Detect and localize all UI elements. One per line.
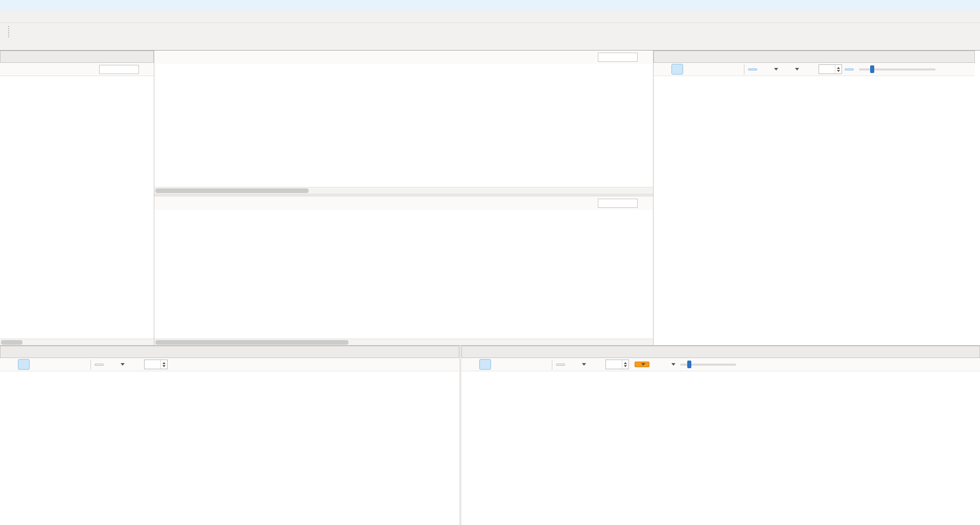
pan-icon[interactable] — [508, 359, 520, 370]
zoom-in-icon[interactable] — [671, 64, 683, 75]
search-options-icon[interactable] — [639, 52, 650, 62]
zoom-prev-icon[interactable] — [714, 64, 726, 75]
offset-spinbox[interactable] — [144, 360, 168, 369]
dropdown-caret-icon[interactable] — [774, 68, 778, 70]
expand-all-icon[interactable] — [6, 64, 17, 75]
dock-icon[interactable] — [960, 52, 971, 62]
filter-funnel-icon[interactable] — [87, 64, 98, 75]
zoom-fit-icon[interactable] — [465, 359, 477, 370]
user-icon — [958, 11, 969, 21]
offset-spinbox[interactable] — [605, 360, 629, 369]
expand-all-icon[interactable] — [161, 52, 172, 62]
ms1-toolbar — [0, 358, 459, 371]
tabbar — [0, 40, 980, 51]
zoom-out-icon[interactable] — [32, 359, 44, 370]
copy-table-icon[interactable] — [32, 64, 43, 75]
dock-icon[interactable] — [965, 347, 976, 357]
zoom-fit-icon[interactable] — [657, 64, 669, 75]
masses-text-filter-input[interactable] — [598, 199, 638, 208]
project-panel-header[interactable] — [0, 51, 154, 63]
settings-gear-icon[interactable] — [589, 359, 600, 370]
project-text-filter-input[interactable] — [99, 65, 139, 74]
collapse-all-icon[interactable] — [19, 64, 30, 75]
smoothing-slider[interactable] — [680, 364, 736, 366]
search-options-icon[interactable] — [140, 64, 151, 75]
compute-caret-icon — [641, 363, 645, 366]
trace-plot-toolbar — [654, 63, 975, 76]
settings-gear-icon[interactable] — [802, 64, 813, 75]
app-icon — [3, 0, 14, 10]
masses-toolbar — [154, 197, 653, 210]
norm-button[interactable] — [95, 364, 104, 366]
masses-hscrollbar[interactable] — [154, 339, 653, 345]
deconvolved-panel-header[interactable] — [461, 346, 980, 358]
toolbar-grip — [8, 26, 10, 37]
center-button[interactable] — [845, 68, 854, 70]
search-peaks-icon[interactable] — [760, 64, 772, 75]
trace-peaks-hscrollbar[interactable] — [154, 187, 653, 194]
offset-spinbox[interactable] — [819, 64, 842, 74]
trace-peaks-toolbar — [154, 51, 653, 64]
close-button[interactable] — [956, 0, 980, 10]
search-icon[interactable] — [207, 52, 218, 62]
project-toolbar — [0, 63, 154, 76]
pan-icon[interactable] — [46, 359, 58, 370]
norm-button[interactable] — [556, 364, 565, 366]
zoom-fit-icon[interactable] — [4, 359, 15, 370]
collapse-all-icon[interactable] — [175, 52, 186, 62]
zoom-out-icon[interactable] — [494, 359, 505, 370]
range-tool-icon[interactable] — [781, 64, 792, 75]
settings-gear-icon[interactable] — [127, 359, 139, 370]
maximize-button[interactable] — [933, 0, 956, 10]
trace-peaks-panel — [154, 51, 653, 194]
dropdown-caret-icon[interactable] — [795, 68, 799, 70]
titlebar — [0, 0, 980, 10]
dropdown-caret-icon[interactable] — [121, 363, 125, 366]
dock-icon[interactable] — [445, 347, 456, 357]
model-icon[interactable] — [652, 359, 664, 370]
collapse-all-icon[interactable] — [175, 198, 186, 208]
trace-plot-canvas[interactable] — [654, 76, 974, 345]
search-peaks-icon[interactable] — [106, 359, 118, 370]
deconvolved-toolbar — [461, 358, 980, 371]
reconstruction-mass-dropdown[interactable] — [666, 362, 678, 367]
masses-panel — [154, 197, 653, 345]
norm-button[interactable] — [748, 68, 757, 70]
ms1-spectrum-canvas[interactable] — [0, 371, 459, 525]
copy-table-icon[interactable] — [189, 198, 200, 208]
pan-icon[interactable] — [700, 64, 712, 75]
filter-funnel-icon[interactable] — [586, 198, 597, 208]
zoom-in-icon[interactable] — [18, 359, 30, 370]
ms1-panel-header[interactable] — [0, 346, 459, 358]
dock-icon[interactable] — [139, 52, 150, 62]
project-hscrollbar[interactable] — [0, 339, 154, 345]
user-label — [958, 11, 980, 21]
copy-table-icon[interactable] — [189, 52, 200, 62]
zoom-prev-icon[interactable] — [61, 359, 73, 370]
search-options-icon[interactable] — [639, 198, 650, 208]
filter-funnel-icon[interactable] — [586, 52, 597, 62]
zoom-out-icon[interactable] — [686, 64, 697, 75]
zoom-in-icon[interactable] — [479, 359, 491, 370]
deconvolved-canvas[interactable] — [461, 371, 980, 525]
minimize-button[interactable] — [909, 0, 933, 10]
search-peaks-icon[interactable] — [568, 359, 579, 370]
deconvolved-panel — [461, 346, 980, 525]
menubar — [0, 10, 980, 23]
project-panel — [0, 51, 154, 345]
trace-plot-panel-header[interactable] — [654, 51, 975, 63]
expand-all-icon[interactable] — [161, 198, 172, 208]
labels-slider[interactable] — [859, 68, 936, 70]
dropdown-caret-icon[interactable] — [582, 363, 586, 366]
ms1-panel — [0, 346, 459, 525]
zoom-next-icon[interactable] — [75, 359, 87, 370]
compute-button[interactable] — [635, 362, 649, 367]
trace-plot-panel — [653, 51, 975, 345]
zoom-next-icon[interactable] — [536, 359, 548, 370]
dropdown-caret-icon — [671, 363, 675, 366]
main-toolbar — [0, 23, 980, 40]
zoom-next-icon[interactable] — [729, 64, 740, 75]
zoom-prev-icon[interactable] — [522, 359, 534, 370]
trace-peaks-text-filter-input[interactable] — [598, 53, 638, 62]
